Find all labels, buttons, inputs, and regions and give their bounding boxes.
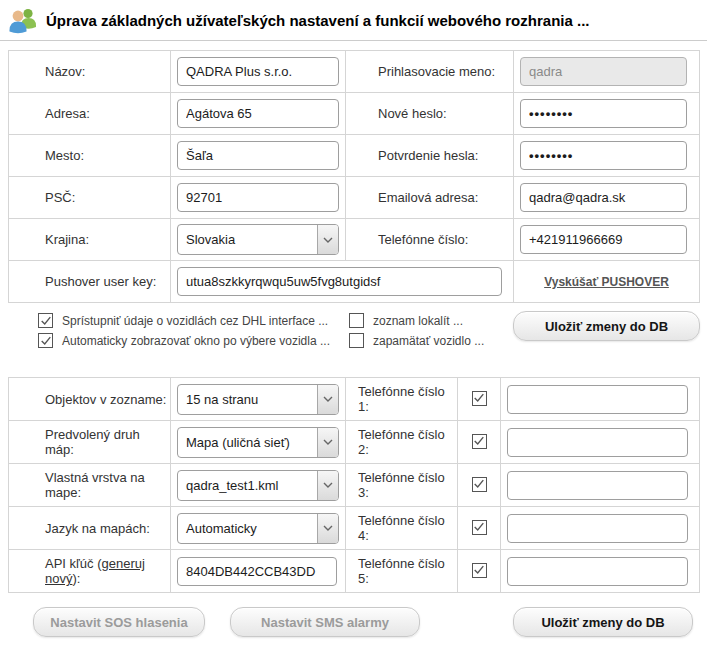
options-section: Sprístupniť údaje o vozidlách cez DHL in… (0, 303, 707, 375)
api-key-label-suffix: ): (72, 571, 80, 586)
phone4-input[interactable] (507, 514, 688, 543)
map-language-select[interactable]: Automaticky (177, 513, 339, 544)
table-row: Predvolený druh máp: Mapa (uličná sieť) … (9, 421, 700, 464)
phone-label: Telefónne číslo: (346, 219, 514, 261)
chevron-down-icon (317, 428, 338, 457)
table-row: Jazyk na mapách: Automaticky Telefónne č… (9, 507, 700, 550)
phone3-checkbox[interactable] (472, 477, 487, 492)
city-label: Mesto: (9, 135, 171, 177)
email-input[interactable] (520, 183, 687, 212)
custom-layer-select[interactable]: qadra_test1.kml (177, 470, 339, 501)
users-icon (8, 6, 38, 34)
country-label: Krajina: (9, 219, 171, 261)
chevron-down-icon (317, 471, 338, 500)
login-label: Prihlasovacie meno: (346, 51, 514, 93)
zip-label: PSČ: (9, 177, 171, 219)
email-label: Emailová adresa: (346, 177, 514, 219)
remember-vehicle-label: zapamätať vozidlo ... (373, 334, 484, 348)
remember-vehicle-checkbox[interactable] (349, 333, 364, 348)
new-password-input[interactable] (520, 99, 687, 128)
phone1-checkbox[interactable] (472, 391, 487, 406)
city-input[interactable] (177, 141, 339, 170)
user-settings-table: Názov: Prihlasovacie meno: Adresa: Nové … (8, 50, 700, 303)
table-row: Názov: Prihlasovacie meno: (9, 51, 700, 93)
confirm-password-input[interactable] (520, 141, 687, 170)
custom-layer-label: Vlastná vrstva na mape: (9, 464, 171, 507)
phone1-label: Telefónne číslo 1: (346, 378, 458, 421)
page-title: Úprava základných užívateľských nastaven… (46, 12, 589, 29)
options-group-left: Sprístupniť údaje o vozidlách cez DHL in… (38, 313, 330, 353)
phone2-checkbox[interactable] (472, 434, 487, 449)
custom-layer-value: qadra_test1.kml (178, 471, 317, 500)
chevron-down-icon (317, 225, 338, 254)
list-item: zoznam lokalít ... (349, 313, 484, 328)
phone3-label: Telefónne číslo 3: (346, 464, 458, 507)
objects-per-page-select[interactable]: 15 na stranu (177, 384, 339, 415)
locations-list-label: zoznam lokalít ... (373, 314, 463, 328)
list-item: zapamätať vozidlo ... (349, 333, 484, 348)
table-row: API kľúč (generuj nový): Telefónne číslo… (9, 550, 700, 593)
table-row: Krajina: Slovakia Telefónne číslo: (9, 219, 700, 261)
page-header: Úprava základných užívateľských nastaven… (0, 0, 707, 41)
footer-actions: Nastavit SOS hlasenia Nastavit SMS alarm… (0, 593, 707, 650)
phone3-input[interactable] (507, 471, 688, 500)
map-type-select[interactable]: Mapa (uličná sieť) (177, 427, 339, 458)
api-key-input[interactable] (177, 557, 337, 586)
sms-alarms-button[interactable]: Nastavit SMS alarmy (230, 607, 420, 637)
zip-input[interactable] (177, 183, 339, 212)
name-label: Názov: (9, 51, 171, 93)
phone4-label: Telefónne číslo 4: (346, 507, 458, 550)
country-select-value: Slovakia (178, 225, 317, 254)
phone-input[interactable] (520, 225, 687, 254)
auto-window-checkbox[interactable] (38, 333, 53, 348)
phone4-checkbox[interactable] (472, 520, 487, 535)
chevron-down-icon (317, 385, 338, 414)
phone5-checkbox[interactable] (472, 563, 487, 578)
address-input[interactable] (177, 99, 339, 128)
phone5-input[interactable] (507, 557, 688, 586)
list-item: Sprístupniť údaje o vozidlách cez DHL in… (38, 313, 330, 328)
list-item: Automaticky zobrazovať okno po výbere vo… (38, 333, 330, 348)
table-row: Vlastná vrstva na mape: qadra_test1.kml … (9, 464, 700, 507)
dhl-interface-checkbox[interactable] (38, 313, 53, 328)
phone1-input[interactable] (507, 385, 688, 414)
auto-window-label: Automaticky zobrazovať okno po výbere vo… (62, 334, 330, 348)
new-password-label: Nové heslo: (346, 93, 514, 135)
test-pushover-link[interactable]: Vyskúšať PUSHOVER (544, 275, 669, 289)
table-row: Objektov v zozname: 15 na stranu Telefón… (9, 378, 700, 421)
save-db-button-bottom[interactable]: Uložiť zmeny do DB (513, 607, 693, 637)
options-group-right: zoznam lokalít ... zapamätať vozidlo ... (349, 313, 484, 353)
table-row: PSČ: Emailová adresa: (9, 177, 700, 219)
phone5-label: Telefónne číslo 5: (346, 550, 458, 593)
map-type-value: Mapa (uličná sieť) (178, 428, 317, 457)
pushover-key-input[interactable] (177, 267, 502, 296)
country-select[interactable]: Slovakia (177, 224, 339, 255)
table-row: Pushover user key: Vyskúšať PUSHOVER (9, 261, 700, 303)
table-row: Adresa: Nové heslo: (9, 93, 700, 135)
address-label: Adresa: (9, 93, 171, 135)
save-db-button-top[interactable]: Uložiť zmeny do DB (513, 311, 700, 341)
api-key-label: API kľúč (generuj nový): (9, 550, 171, 593)
objects-per-page-value: 15 na stranu (178, 385, 317, 414)
phone2-label: Telefónne číslo 2: (346, 421, 458, 464)
map-settings-table: Objektov v zozname: 15 na stranu Telefón… (8, 377, 700, 593)
chevron-down-icon (317, 514, 338, 543)
name-input[interactable] (177, 57, 339, 86)
sos-settings-button[interactable]: Nastavit SOS hlasenia (33, 607, 205, 637)
confirm-password-label: Potvrdenie hesla: (346, 135, 514, 177)
login-input (520, 57, 687, 86)
pushover-key-label: Pushover user key: (9, 261, 171, 303)
map-type-label: Predvolený druh máp: (9, 421, 171, 464)
table-row: Mesto: Potvrdenie hesla: (9, 135, 700, 177)
api-key-label-prefix: API kľúč ( (45, 556, 102, 571)
objects-per-page-label: Objektov v zozname: (9, 378, 171, 421)
map-language-label: Jazyk na mapách: (9, 507, 171, 550)
phone2-input[interactable] (507, 428, 688, 457)
dhl-interface-label: Sprístupniť údaje o vozidlách cez DHL in… (62, 314, 328, 328)
locations-list-checkbox[interactable] (349, 313, 364, 328)
map-language-value: Automaticky (178, 514, 317, 543)
